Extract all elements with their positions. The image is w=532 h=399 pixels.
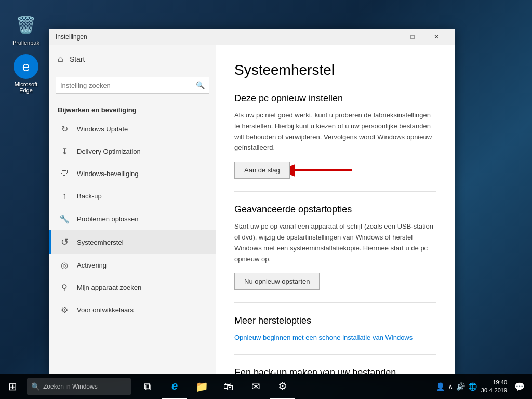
sidebar-item-backup[interactable]: ↑ Back-up (49, 184, 216, 208)
system-tray: 👤 ∧ 🔊 🌐 (436, 382, 477, 391)
sidebar-section-title: Bijwerken en beveiliging (49, 98, 216, 118)
page-title: Systeemherstel (234, 62, 436, 78)
settings-window: Instellingen ─ □ ✕ ⌂ Start 🔍 (49, 29, 455, 374)
delivery-optimization-label: Delivery Optimization (77, 148, 141, 155)
divider-2 (234, 302, 436, 303)
recovery-icon: ↺ (59, 236, 70, 248)
store-taskbar-button[interactable]: 🛍 (216, 374, 241, 399)
taskbar-search-icon: 🔍 (31, 382, 40, 391)
desktop-icon-recycle-bin[interactable]: 🗑️ Prullenbak (5, 10, 47, 48)
windows-security-icon: 🛡 (59, 169, 70, 178)
sidebar-item-troubleshoot[interactable]: 🔧 Problemen oplossen (49, 208, 216, 230)
recovery-label: Systeemherstel (77, 238, 124, 246)
taskbar-pinned-apps: ⧉ e 📁 🛍 ✉ ⚙ (135, 374, 295, 399)
activation-label: Activering (77, 261, 107, 269)
search-icon: 🔍 (196, 81, 205, 89)
start-button[interactable]: ⊞ (0, 374, 25, 399)
activation-icon: ◎ (59, 260, 70, 270)
recycle-bin-icon: 🗑️ (14, 12, 38, 37)
backup-icon: ↑ (59, 191, 70, 202)
recycle-bin-label: Prullenbak (12, 39, 39, 46)
developer-label: Voor ontwikkelaars (77, 306, 134, 314)
clock-date: 30-4-2019 (481, 387, 507, 394)
section2-title: Geavanceerde opstartopties (234, 204, 436, 215)
divider-3 (234, 354, 436, 355)
sidebar: ⌂ Start 🔍 Bijwerken en beveiliging ↻ Win… (49, 45, 216, 374)
sidebar-item-windows-update[interactable]: ↻ Windows Update (49, 118, 216, 140)
sidebar-start[interactable]: ⌂ Start (49, 45, 216, 73)
section1-description: Als uw pc niet goed werkt, kunt u prober… (234, 110, 436, 153)
taskbar: ⊞ 🔍 Zoeken in Windows ⧉ e 📁 🛍 ✉ ⚙ 👤 ∧ 🔊 … (0, 374, 532, 399)
section4-title: Een back-up maken van uw bestanden (234, 367, 436, 374)
sidebar-search-container[interactable]: 🔍 (56, 77, 209, 94)
window-titlebar: Instellingen ─ □ ✕ (49, 29, 455, 45)
backup-label: Back-up (77, 192, 102, 200)
annotation-arrow (290, 163, 357, 178)
mail-taskbar-button[interactable]: ✉ (243, 374, 268, 399)
sidebar-item-find-device[interactable]: ⚲ Mijn apparaat zoeken (49, 276, 216, 299)
taskbar-clock[interactable]: 19:40 30-4-2019 (481, 379, 507, 395)
home-icon: ⌂ (58, 54, 63, 64)
sidebar-item-delivery-optimization[interactable]: ↧ Delivery Optimization (49, 140, 216, 163)
settings-taskbar-button[interactable]: ⚙ (270, 374, 295, 399)
delivery-optimization-icon: ↧ (59, 147, 70, 156)
developer-icon: ⚙ (59, 305, 70, 315)
desktop: 🗑️ Prullenbak e Microsoft Edge Instellin… (0, 0, 532, 399)
main-content: Systeemherstel Deze pc opnieuw instellen… (216, 45, 455, 374)
minimize-button[interactable]: ─ (377, 29, 401, 45)
expand-tray-icon[interactable]: ∧ (448, 382, 453, 391)
volume-icon[interactable]: 🔊 (456, 382, 465, 391)
sidebar-item-recovery[interactable]: ↺ Systeemherstel (49, 230, 216, 254)
close-button[interactable]: ✕ (424, 29, 448, 45)
sidebar-item-activation[interactable]: ◎ Activering (49, 254, 216, 276)
desktop-icon-edge[interactable]: e Microsoft Edge (5, 52, 47, 96)
window-controls: ─ □ ✕ (377, 29, 448, 45)
explorer-taskbar-button[interactable]: 📁 (189, 374, 214, 399)
windows-update-icon: ↻ (59, 124, 70, 134)
taskbar-search-placeholder: Zoeken in Windows (43, 383, 98, 390)
sidebar-item-developer[interactable]: ⚙ Voor ontwikkelaars (49, 299, 216, 321)
taskbar-search[interactable]: 🔍 Zoeken in Windows (27, 378, 131, 395)
start-label: Start (70, 55, 85, 63)
task-view-button[interactable]: ⧉ (135, 374, 160, 399)
section2-description: Start uw pc op vanaf een apparaat of sch… (234, 221, 436, 264)
troubleshoot-label: Problemen oplossen (77, 215, 139, 223)
section3-title: Meer herstelopties (234, 315, 436, 326)
troubleshoot-icon: 🔧 (59, 214, 70, 224)
maximize-button[interactable]: □ (401, 29, 424, 45)
window-body: ⌂ Start 🔍 Bijwerken en beveiliging ↻ Win… (49, 45, 455, 374)
notification-button[interactable]: 💬 (511, 374, 528, 399)
person-icon[interactable]: 👤 (436, 382, 445, 391)
network-icon[interactable]: 🌐 (468, 382, 477, 391)
find-device-icon: ⚲ (59, 283, 70, 292)
window-title: Instellingen (56, 33, 377, 41)
find-device-label: Mijn apparaat zoeken (77, 284, 141, 291)
section1-title: Deze pc opnieuw instellen (234, 93, 436, 104)
clean-install-link[interactable]: Opnieuw beginnen met een schone installa… (234, 334, 413, 341)
get-started-button[interactable]: Aan de slag (234, 162, 290, 179)
clock-time: 19:40 (481, 379, 507, 387)
edge-desktop-icon: e (14, 54, 38, 79)
windows-security-label: Windows-beveiliging (77, 170, 139, 178)
sidebar-item-windows-security[interactable]: 🛡 Windows-beveiliging (49, 163, 216, 184)
divider-1 (234, 191, 436, 192)
taskbar-right: 👤 ∧ 🔊 🌐 19:40 30-4-2019 💬 (436, 374, 532, 399)
restart-now-button[interactable]: Nu opnieuw opstarten (234, 273, 320, 290)
arrow-annotation (290, 163, 357, 178)
edge-desktop-label: Microsoft Edge (7, 81, 45, 94)
edge-taskbar-button[interactable]: e (162, 374, 187, 399)
sidebar-search-input[interactable] (60, 82, 196, 89)
windows-update-label: Windows Update (77, 125, 128, 133)
